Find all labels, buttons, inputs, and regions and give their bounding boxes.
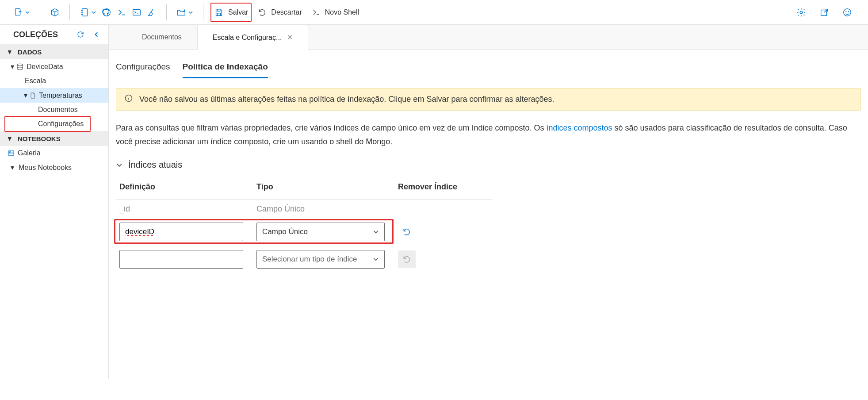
- undo-icon: [258, 8, 267, 17]
- tree-section-data[interactable]: ▾ DADOS: [0, 44, 108, 59]
- separator: [203, 4, 203, 20]
- section-title: Índices atuais: [128, 160, 182, 170]
- popout-icon: [819, 8, 829, 17]
- terminal-prompt-icon: [117, 8, 126, 17]
- close-icon[interactable]: ✕: [287, 33, 293, 42]
- current-indexes-header[interactable]: Índices atuais: [116, 160, 861, 170]
- subtab-indexing-policy[interactable]: Política de Indexação: [183, 58, 268, 78]
- tree-my-notebooks[interactable]: ▾ Meus Notebooks: [0, 160, 108, 175]
- tab-label: Escala e Configuraç...: [213, 34, 282, 42]
- tree-scale[interactable]: Escala: [0, 74, 108, 88]
- settings-label: Configurações: [38, 120, 84, 128]
- svg-line-19: [824, 9, 827, 12]
- svg-point-22: [848, 11, 849, 12]
- index-definition-input[interactable]: [119, 223, 243, 241]
- broom-icon: [147, 8, 157, 17]
- scale-label: Escala: [25, 77, 46, 85]
- index-definition-input[interactable]: [119, 250, 243, 269]
- database-icon: [16, 63, 24, 71]
- refresh-button[interactable]: [74, 29, 87, 40]
- tab-documents[interactable]: Documentos: [126, 24, 197, 49]
- chevron-left-icon: [93, 31, 99, 38]
- svg-rect-15: [217, 13, 220, 15]
- subtabs: Configurações Política de Indexação: [116, 58, 861, 78]
- chevron-down-icon: [373, 256, 379, 262]
- shell-button[interactable]: [129, 4, 144, 21]
- tree-settings[interactable]: Configurações: [0, 117, 108, 131]
- warning-text: Você não salvou as últimas alterações fe…: [139, 95, 554, 104]
- th-definition: Definição: [116, 178, 253, 200]
- table-row: Selecionar um tipo de índice: [116, 246, 492, 273]
- feedback-button[interactable]: [840, 4, 855, 21]
- select-placeholder: Selecionar um tipo de índice: [262, 255, 357, 264]
- gallery-icon: [7, 149, 15, 157]
- section-label: DADOS: [18, 48, 42, 56]
- settings-button[interactable]: [794, 4, 809, 21]
- tree-database[interactable]: ▾ DeviceData: [0, 59, 108, 74]
- github-icon: [102, 8, 111, 17]
- github-button[interactable]: [99, 4, 114, 21]
- terminal-prompt-icon: [312, 8, 321, 17]
- index-type-select[interactable]: Campo Único: [256, 223, 385, 241]
- svg-rect-11: [133, 9, 141, 15]
- svg-point-17: [800, 11, 803, 14]
- table-row: Campo Único: [116, 218, 492, 246]
- caret-down-icon: ▾: [6, 48, 13, 56]
- new-resource-button[interactable]: [11, 4, 33, 21]
- subtab-settings[interactable]: Configurações: [116, 58, 170, 78]
- description: Para as consultas que filtram várias pro…: [116, 121, 861, 148]
- my-notebooks-label: Meus Notebooks: [19, 164, 72, 172]
- tabs-row: Documentos Escala e Configuraç... ✕: [109, 25, 868, 50]
- undo-row-button[interactable]: [398, 223, 416, 241]
- default-key: _id: [116, 200, 253, 219]
- new-shell-label: Novo Shell: [325, 8, 359, 16]
- index-type-select[interactable]: Selecionar um tipo de índice: [256, 250, 385, 269]
- sidebar-header: COLEÇÕES: [0, 25, 108, 44]
- notebook-button[interactable]: [77, 4, 99, 21]
- gear-icon: [796, 8, 806, 17]
- content: Configurações Política de Indexação Você…: [109, 50, 868, 291]
- container-button[interactable]: [47, 4, 62, 21]
- tree-documents[interactable]: Documentos: [0, 103, 108, 117]
- caret-down-icon: ▾: [9, 62, 16, 71]
- discard-label: Descartar: [271, 8, 302, 16]
- smile-icon: [842, 8, 852, 17]
- svg-rect-25: [9, 152, 11, 153]
- folder-open-icon: [176, 8, 186, 17]
- sidebar-title: COLEÇÕES: [13, 30, 58, 39]
- gallery-label: Galeria: [18, 149, 41, 157]
- separator: [166, 4, 167, 20]
- svg-point-23: [17, 64, 23, 66]
- default-type: Campo Único: [253, 200, 394, 219]
- open-folder-button[interactable]: [174, 4, 196, 21]
- notebook-icon: [80, 8, 89, 17]
- chevron-down-icon: [116, 162, 123, 169]
- svg-point-20: [844, 8, 851, 16]
- database-label: DeviceData: [27, 63, 63, 71]
- new-document-icon: [13, 8, 23, 17]
- undo-row-button-disabled: [398, 250, 416, 268]
- th-remove: Remover Índice: [394, 178, 492, 200]
- new-shell-button[interactable]: Novo Shell: [309, 4, 362, 21]
- tree-section-notebooks[interactable]: ▾ NOTEBOOKS: [0, 131, 108, 146]
- separator: [40, 4, 40, 20]
- composite-indexes-link[interactable]: índices compostos: [546, 123, 612, 132]
- sidebar: COLEÇÕES ▾ DADOS ▾ DeviceData Escala ▾: [0, 25, 109, 379]
- tab-scale-settings[interactable]: Escala e Configuraç... ✕: [197, 25, 309, 50]
- index-table: Definição Tipo Remover Índice _id Campo …: [116, 178, 492, 273]
- save-icon: [214, 8, 224, 17]
- tree-collection[interactable]: ▾ Temperaturas: [0, 88, 108, 103]
- th-type: Tipo: [253, 178, 394, 200]
- chevron-down-icon: [373, 229, 379, 235]
- refresh-icon: [76, 31, 84, 38]
- save-button[interactable]: Salvar: [210, 3, 252, 22]
- clean-button[interactable]: [144, 4, 159, 21]
- discard-button[interactable]: Descartar: [255, 4, 304, 21]
- terminal-button[interactable]: [114, 4, 129, 21]
- document-icon: [29, 92, 36, 99]
- svg-rect-0: [15, 8, 20, 15]
- popout-button[interactable]: [817, 4, 832, 21]
- collapse-sidebar-button[interactable]: [91, 29, 102, 40]
- description-pre: Para as consultas que filtram várias pro…: [116, 123, 546, 132]
- tree-gallery[interactable]: Galeria: [0, 146, 108, 160]
